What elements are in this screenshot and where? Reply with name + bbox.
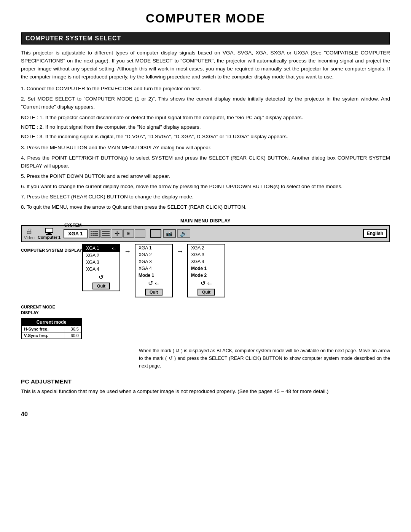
current-mode-box: Current mode H-Sync freq. 36.5 V-Sync fr… [21,318,82,339]
section1-header: COMPUTER SYSTEM SELECT [21,32,390,45]
current-mode-display-label: CURRENT MODEDISPLAY [21,304,55,316]
steps2-list: Press the MENU BUTTON and the MAIN MENU … [21,144,390,211]
dropdown-panel-3: XGA 2 XGA 3 XGA 4 Mode 1 Mode 2 ↺ ⇐ Quit [187,244,225,297]
dp1-row-xga1: XGA 1 ⇐ [83,244,119,252]
diagram-area: MAIN MENU DISPLAY 🖨 Video Computer 1 [21,218,390,370]
computer-num: 1 [58,235,61,240]
xga-label: XGA 1 [68,231,83,236]
english-button[interactable]: English [363,229,387,238]
blank-icon [135,229,145,238]
menu-bar-video: 🖨 Video [24,227,35,240]
hsync-label: H-Sync freq. [22,326,64,332]
right-text-content: When the mark ( ↺ ) is displayed as BLAC… [139,347,390,370]
menu-bar-wrapper: 🖨 Video Computer 1 SYSTEM [21,225,390,370]
dropdown-row: COMPUTER SYSTEM DISPLAY XGA 1 ⇐ XGA 2 XG… [21,244,390,297]
vsync-label: V-Sync freq. [22,332,64,339]
dp2-quit-btn[interactable]: Quit [145,289,162,296]
dropdown-panel-2: XGA 1 XGA 2 XGA 3 XGA 4 Mode 1 ↺ ⇐ Quit [135,244,173,297]
page-title: COMPUTER MODE [21,11,390,26]
section1: COMPUTER SYSTEM SELECT This projector is… [21,32,390,211]
dp3-row-mode1: Mode 1 [188,265,225,272]
dp2-row-xga3: XGA 3 [135,258,172,265]
note-1: NOTE : 1. If the projector cannot discri… [21,114,390,122]
bottom-diagram: CURRENT MODEDISPLAY Current mode H-Sync … [21,301,390,370]
dp2-row-xga4: XGA 4 [135,265,172,272]
menu-bar: 🖨 Video Computer 1 SYSTEM [21,225,390,242]
speaker-icon: 🔊 [177,229,190,238]
panel-arrow-1: → [120,244,135,256]
step-3: Press the MENU BUTTON and the MAIN MENU … [21,144,390,152]
menu-bar-computer: Computer 1 [38,228,61,240]
video-label: Video [24,235,35,240]
steps-list: Connect the COMPUTER to the PROJECTOR an… [21,85,390,111]
rect-icon [150,229,161,238]
step-8: To quit the MENU, move the arrow to Quit… [21,203,390,211]
pc-adj-text: This is a special function that may be u… [21,388,390,396]
menu-icons: ✛ ⊞ [89,229,145,238]
left-column: CURRENT MODEDISPLAY Current mode H-Sync … [21,301,127,340]
hsync-row: H-Sync freq. 36.5 [22,326,81,332]
system-section: SYSTEM XGA 1 [64,229,88,238]
dp2-refresh: ↺ ⇐ [135,279,172,288]
intro-text: This projector is adjustable to differen… [21,49,390,81]
dp1-refresh: ↺ [83,273,119,281]
comp-sys-label-text: COMPUTER SYSTEM DISPLAY [21,248,82,252]
system-label-above: SYSTEM [64,223,81,227]
step-1: Connect the COMPUTER to the PROJECTOR an… [21,85,390,93]
system-box: XGA 1 [64,229,88,238]
dp3-refresh: ↺ ⇐ [188,279,225,288]
dp1-row-xga3: XGA 3 [83,259,119,266]
dropdown-panel-1: XGA 1 ⇐ XGA 2 XGA 3 XGA 4 ↺ Quit [82,244,120,291]
step-6: If you want to change the current displa… [21,183,390,191]
note-3: NOTE : 3. If the incoming signal is digi… [21,133,390,141]
panel-arrow-2: → [173,244,187,256]
right-icons: 📷 🔊 [150,229,190,238]
note-2: NOTE : 2. If no input signal from the co… [21,123,390,131]
printer-icon: 🖨 [26,227,33,235]
hsync-value: 36.5 [64,326,81,332]
projector-icon: 📷 [163,229,176,238]
dp3-quit: Quit [188,288,225,297]
dp3-row-xga2: XGA 2 [188,244,225,251]
dp1-quit-btn[interactable]: Quit [92,283,110,289]
computer-icon [45,228,53,235]
dp3-row-xga4: XGA 4 [188,258,225,265]
vsync-row: V-Sync freq. 60.0 [22,332,81,339]
step-2: Set MODE SELECT to "COMPUTER MODE (1 or … [21,95,390,111]
dp1-row-xga2: XGA 2 [83,252,119,259]
dp1-quit: Quit [83,281,119,291]
pc-adj-header: PC ADJUSTMENT [21,378,390,385]
dp1-arrow: ⇐ [112,245,116,251]
comp-sys-display-label: COMPUTER SYSTEM DISPLAY [21,244,82,253]
section2: PC ADJUSTMENT This is a special function… [21,378,390,396]
monitor-screen [45,228,53,233]
bars-icon [100,229,111,238]
dp3-row-xga3: XGA 3 [188,251,225,258]
step-7: Press the SELECT (REAR CLICK) BUTTON to … [21,193,390,201]
step-5: Press the POINT DOWN BUTTON and a red ar… [21,173,390,181]
move-icon: ✛ [112,229,123,238]
diagram-right-text: When the mark ( ↺ ) is displayed as BLAC… [127,301,390,370]
dp2-row-mode1: Mode 1 [135,272,172,279]
vsync-value: 60.0 [64,332,81,339]
dp2-row-xga1: XGA 1 [135,244,172,251]
page-number: 40 [21,411,390,418]
step-4: Press the POINT LEFT/RIGHT BUTTON(s) to … [21,154,390,170]
dp1-row-xga4: XGA 4 [83,266,119,273]
copy-icon: ⊞ [123,229,134,238]
dp2-quit: Quit [135,288,172,297]
dp2-row-xga2: XGA 2 [135,251,172,258]
dp3-row-mode2: Mode 2 [188,272,225,279]
current-mode-header: Current mode [22,319,81,326]
grid-icon [89,229,100,238]
dp3-quit-btn[interactable]: Quit [198,289,215,296]
computer-label: Computer [38,235,57,240]
